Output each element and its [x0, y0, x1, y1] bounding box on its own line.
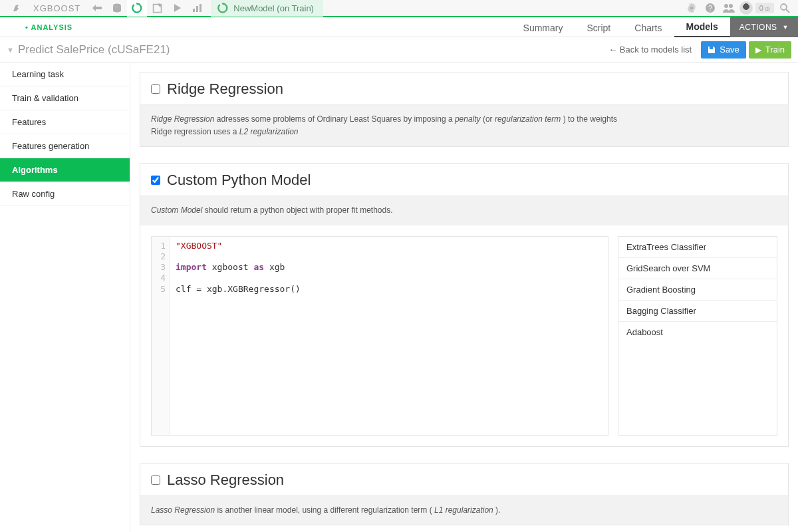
back-label: Back to models list	[620, 45, 692, 55]
gear-icon[interactable]	[684, 0, 700, 17]
custom-title: Custom Python Model	[167, 172, 311, 189]
custom-desc: Custom Model should return a python obje…	[140, 196, 788, 225]
svg-rect-3	[196, 6, 198, 12]
arrow-left-icon: ←	[608, 45, 617, 55]
lasso-checkbox[interactable]	[151, 475, 160, 485]
preset-list: ExtraTrees ClassifierGridSearch over SVM…	[618, 236, 777, 436]
svg-text:?: ?	[708, 4, 712, 12]
search-icon[interactable]	[777, 0, 793, 17]
sidebar-item-features[interactable]: Features	[0, 110, 130, 134]
flow-icon[interactable]	[87, 0, 107, 17]
help-icon[interactable]: ?	[702, 0, 718, 17]
lasso-desc: Lasso Regression is another linear model…	[140, 495, 788, 525]
ridge-title: Ridge Regression	[167, 80, 283, 98]
sidebar-item-raw-config[interactable]: Raw config	[0, 182, 130, 206]
notifications-badge[interactable]: 0 ⎄	[755, 3, 774, 13]
svg-point-8	[724, 4, 728, 8]
tab-charts[interactable]: Charts	[622, 23, 674, 37]
back-link[interactable]: ← Back to models list	[608, 45, 692, 55]
recipe-chip[interactable]: NewModel (on Train)	[211, 0, 323, 17]
sidebar-item-algorithms[interactable]: Algorithms	[0, 158, 130, 182]
dashboards-icon[interactable]	[187, 0, 207, 17]
ridge-desc: Ridge Regression adresses some problems …	[140, 104, 788, 146]
recipe-label: NewModel (on Train)	[233, 3, 314, 13]
bird-logo-icon[interactable]	[7, 0, 27, 17]
save-label: Save	[720, 45, 739, 55]
svg-point-0	[113, 3, 121, 7]
svg-rect-4	[200, 4, 201, 12]
sidebar: Learning taskTrain & validationFeaturesF…	[0, 63, 130, 532]
custom-checkbox[interactable]	[151, 176, 160, 185]
train-label: Train	[765, 45, 785, 55]
top-nav: XGBOOST NewModel (on Train) ? 0 ⎄	[0, 0, 798, 17]
preset-extratrees-classifier[interactable]: ExtraTrees Classifier	[618, 237, 777, 258]
code-content[interactable]: "XGBOOST" import xgboost as xgb clf = xg…	[170, 237, 608, 435]
page-title[interactable]: ▼ Predict SalePrice (cUSaFE21)	[7, 43, 170, 57]
svg-point-9	[729, 4, 733, 8]
sidebar-item-train-validation[interactable]: Train & validation	[0, 86, 130, 110]
code-gutter: 1 2 3 4 5	[152, 237, 170, 435]
avatar[interactable]	[739, 1, 753, 15]
jobs-icon[interactable]	[167, 0, 187, 17]
tab-summary[interactable]: Summary	[511, 23, 575, 37]
datasets-icon[interactable]	[107, 0, 127, 17]
save-button[interactable]: Save	[701, 41, 746, 59]
preset-gridsearch-over-svm[interactable]: GridSearch over SVM	[618, 258, 777, 279]
lasso-title: Lasso Regression	[167, 471, 284, 489]
algo-card-ridge: Ridge Regression Ridge Regression adress…	[140, 72, 789, 147]
code-editor[interactable]: 1 2 3 4 5 "XGBOOST" import xgboost as xg…	[151, 236, 608, 436]
svg-point-10	[781, 4, 787, 10]
train-button[interactable]: ▶ Train	[749, 41, 791, 59]
tab-script[interactable]: Script	[575, 23, 622, 37]
analyses-icon[interactable]	[127, 0, 147, 17]
save-icon	[708, 46, 716, 54]
preset-bagging-classifier[interactable]: Bagging Classifier	[618, 301, 777, 322]
top-right-icons: ? 0 ⎄	[684, 0, 798, 17]
actions-label: ACTIONS	[739, 23, 777, 32]
svg-line-11	[786, 9, 789, 13]
spinner-icon	[217, 3, 228, 13]
third-bar: ▼ Predict SalePrice (cUSaFE21) ← Back to…	[0, 37, 798, 63]
algo-card-lasso: Lasso Regression Lasso Regression is ano…	[140, 463, 789, 525]
svg-rect-2	[193, 9, 195, 12]
chevron-down-icon: ▼	[7, 46, 14, 54]
project-name[interactable]: XGBOOST	[27, 3, 87, 13]
analysis-label: ANALYSIS	[25, 23, 72, 31]
play-icon: ▶	[755, 45, 761, 55]
second-bar: ANALYSIS SummaryScriptChartsModels ACTIO…	[0, 17, 798, 37]
algo-card-custom: Custom Python Model Custom Model should …	[140, 163, 789, 446]
ridge-checkbox[interactable]	[151, 84, 160, 94]
main-content: Ridge Regression Ridge Regression adress…	[130, 63, 798, 532]
preset-gradient-boosting[interactable]: Gradient Boosting	[618, 279, 777, 301]
tabs: SummaryScriptChartsModels	[511, 17, 730, 37]
tab-models[interactable]: Models	[674, 21, 730, 37]
users-icon[interactable]	[721, 0, 737, 17]
sidebar-item-features-generation[interactable]: Features generation	[0, 134, 130, 158]
preset-adaboost[interactable]: Adaboost	[618, 322, 777, 342]
notebooks-icon[interactable]	[147, 0, 167, 17]
actions-button[interactable]: ACTIONS ▼	[730, 17, 798, 37]
page-title-text: Predict SalePrice (cUSaFE21)	[18, 43, 170, 57]
sidebar-item-learning-task[interactable]: Learning task	[0, 63, 130, 86]
caret-down-icon: ▼	[783, 24, 789, 31]
